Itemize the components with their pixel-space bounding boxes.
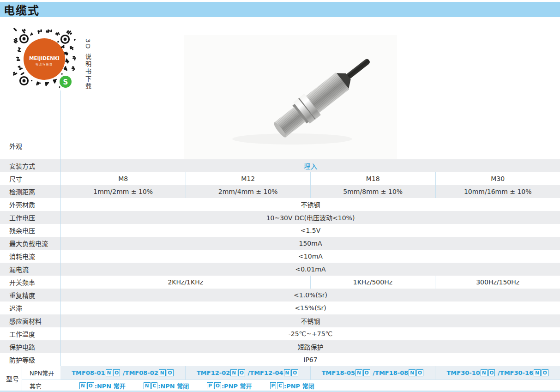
model-code-box: O [488, 369, 495, 376]
model-code-box: O [416, 369, 423, 376]
qr-dot [45, 82, 47, 86]
spec-value: 埋入 [61, 159, 560, 172]
spec-row-4: 工作电压10~30V DC(电压波动<10%) [0, 211, 560, 224]
model-code-box: N [481, 369, 488, 376]
spec-value: 不锈钢 [61, 198, 560, 211]
model-number: TMF12-02NO /TMF12-04NO [185, 366, 310, 380]
spec-value: 300Hz/150Hz [435, 276, 560, 289]
spec-value: M18 [310, 172, 435, 185]
spec-row-values: 不锈钢 [60, 198, 560, 211]
model-code-box: O [113, 369, 120, 376]
spec-row-values: <15%(Sr) [60, 302, 560, 314]
spec-row-values: 150mA [60, 237, 560, 250]
legend-text: :NPN 常闭 [158, 381, 189, 390]
model-number-text: /TMF12-04 [246, 369, 283, 376]
spec-row-values: 1mm/2mm ± 10%2mm/4mm ± 10%5mm/8mm ± 10%1… [60, 185, 560, 198]
model-number-text: TMF18-05 [322, 369, 355, 376]
section-header-bar: 电缆式 [0, 2, 560, 17]
sensor-image [184, 35, 397, 159]
qr-dot [16, 57, 19, 59]
legend-item: PC:PNP 常闭 [270, 381, 314, 390]
datasheet-page: 电缆式 MEIJIDENKI 明治传感器 S 3D 说明书下载 [0, 0, 560, 392]
legend-item: PO:PNP 常开 [206, 381, 252, 390]
spec-row-9: 开关频率2KHz/1KHz1KHz/500Hz300Hz/150Hz [0, 276, 560, 289]
spec-row-label: 工作电压 [0, 211, 60, 224]
model-code-box: N [355, 369, 362, 376]
label-column-divider [60, 90, 61, 159]
spec-row-label: 感应面材料 [0, 314, 60, 327]
spec-row-values: 埋入 [60, 159, 560, 172]
model-number: TMF30-10NO /TMF30-16NO [435, 366, 560, 380]
spec-row-15: 防护等级IP67 [0, 353, 560, 366]
spec-row-label: 漏电流 [0, 263, 60, 276]
spec-row-13: 工作温度-25℃~+75℃ [0, 327, 560, 340]
model-code-box: O [167, 369, 174, 376]
spec-value: -25℃~+75℃ [61, 327, 560, 340]
page-title: 电缆式 [4, 1, 40, 18]
model-number-text: /TMF08-02 [120, 369, 158, 376]
spec-row-3: 外壳材质不锈钢 [0, 198, 560, 211]
model-code-box: P [207, 382, 213, 389]
spec-row-6: 最大负载电流150mA [0, 237, 560, 250]
spec-row-label: 尺寸 [0, 172, 60, 185]
model-code-box: N [159, 369, 166, 376]
legend-item: NO:NPN 常开 [79, 381, 126, 390]
spec-row-label: 保护电路 [0, 340, 60, 353]
spec-row-8: 漏电流<0.01mA [0, 263, 560, 276]
model-number-cells: TMF08-01NO /TMF08-02NOTMF12-02NO /TMF12-… [60, 366, 560, 380]
legend-text: :PNP 常闭 [284, 381, 314, 390]
spec-row-label: 消耗电流 [0, 250, 60, 263]
spec-row-label: 重复精度 [0, 289, 60, 302]
spec-row-label: 迟滞 [0, 302, 60, 314]
spec-row-values: -25℃~+75℃ [60, 327, 560, 340]
spec-row-values: <1.0%(Sr) [60, 289, 560, 302]
model-row-other: 其它 NO:NPN 常开NC:NPN 常闭PO:PNP 常开PC:PNP 常闭 [22, 380, 560, 391]
spec-value: 10~30V DC(电压波动<10%) [61, 211, 560, 224]
legend-item: NC:NPN 常闭 [143, 381, 189, 390]
spec-row-values: 10~30V DC(电压波动<10%) [60, 211, 560, 224]
spec-value: 150mA [61, 237, 560, 250]
spec-value: 短路保护 [61, 340, 560, 353]
spec-row-values: <1.5V [60, 224, 560, 237]
product-photo [184, 35, 397, 159]
row-label-appearance: 外观 [9, 141, 22, 151]
spec-value: M8 [61, 172, 186, 185]
spec-row-label: 残余电压 [0, 224, 60, 237]
spec-row-values: <0.01mA [60, 263, 560, 276]
model-row-npn: NPN常开 TMF08-01NO /TMF08-02NOTMF12-02NO /… [22, 366, 560, 380]
model-sublabel-npn: NPN常开 [22, 366, 60, 380]
spec-row-11: 迟滞<15%(Sr) [0, 302, 560, 314]
model-code-box: O [214, 382, 221, 389]
spec-value: <1.0%(Sr) [61, 289, 560, 302]
model-code-box: P [270, 382, 277, 389]
legend-text: :PNP 常开 [222, 381, 252, 390]
model-code-box: N [106, 369, 113, 376]
spec-row-values: 不锈钢 [60, 314, 560, 327]
model-code-box: O [87, 382, 94, 389]
model-code-box: O [238, 369, 245, 376]
model-code-box: N [230, 369, 237, 376]
svg-text:S: S [63, 78, 68, 86]
spec-value: <0.01mA [61, 263, 560, 276]
model-code-box: O [291, 369, 298, 376]
spec-row-values: M8M12M18M30 [60, 172, 560, 185]
spec-row-5: 残余电压<1.5V [0, 224, 560, 237]
spec-row-2: 检测距离1mm/2mm ± 10%2mm/4mm ± 10%5mm/8mm ± … [0, 185, 560, 198]
spec-row-label: 防护等级 [0, 353, 60, 366]
spec-row-values: 短路保护 [60, 340, 560, 353]
qr-brand-text: MEIJIDENKI [29, 55, 60, 61]
spec-value: 1KHz/500Hz [310, 276, 435, 289]
spec-row-label: 工作温度 [0, 327, 60, 340]
spec-value: M30 [435, 172, 560, 185]
spec-value: 5mm/8mm ± 10% [310, 185, 435, 198]
spec-row-label: 安装方式 [0, 159, 60, 172]
spec-value: 不锈钢 [61, 314, 560, 327]
model-number-text: TMF08-01 [72, 369, 105, 376]
model-code-box: N [409, 369, 415, 376]
model-label-divider [22, 366, 22, 391]
qr-dot [17, 60, 20, 61]
spec-row-12: 感应面材料不锈钢 [0, 314, 560, 327]
spec-value: M12 [186, 172, 311, 185]
spec-row-label: 最大负载电流 [0, 237, 60, 250]
model-code-box: O [363, 369, 370, 376]
